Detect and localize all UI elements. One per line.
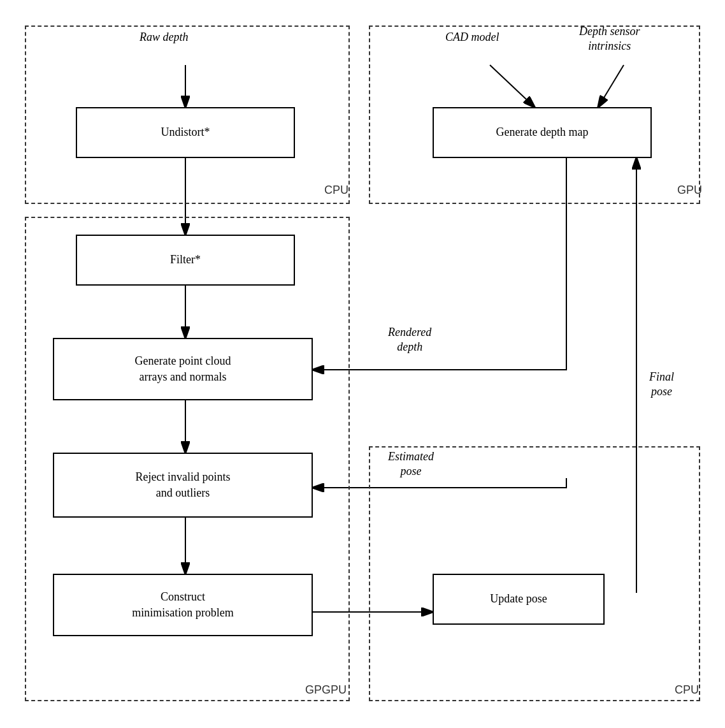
label-depth-sensor: Depth sensor intrinsics [579, 24, 640, 54]
box-construct-minimisation: Construct minimisation problem [53, 574, 313, 636]
box-reject-invalid: Reject invalid points and outliers [53, 453, 313, 518]
label-estimated-pose: Estimated pose [388, 449, 434, 479]
diagram: CPU GPU GPGPU CPU Raw depth CAD model De… [12, 13, 713, 714]
box-filter: Filter* [76, 235, 295, 286]
label-cad-model: CAD model [445, 31, 499, 44]
box-undistort: Undistort* [76, 107, 295, 158]
region-label-cpu-bottom: CPU [675, 683, 699, 697]
label-final-pose: Final pose [649, 370, 674, 400]
region-label-gpu: GPU [677, 184, 702, 197]
box-generate-depth-map: Generate depth map [433, 107, 652, 158]
label-raw-depth: Raw depth [140, 31, 189, 44]
region-label-cpu-top: CPU [324, 184, 348, 197]
region-label-gpgpu: GPGPU [305, 683, 347, 697]
box-generate-point-cloud: Generate point cloud arrays and normals [53, 338, 313, 400]
label-rendered-depth: Rendered depth [388, 325, 431, 355]
box-update-pose: Update pose [433, 574, 605, 625]
